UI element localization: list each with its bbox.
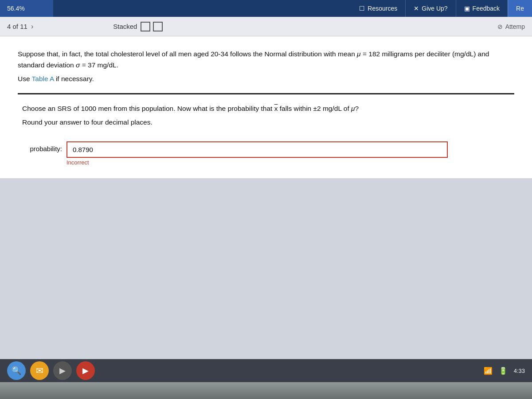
answer-input-wrap: Incorrect [66, 141, 514, 166]
top-bar: 56.4% ☐ Resources ✕ Give Up? ▣ Feedback … [0, 0, 532, 17]
nav-chevron-icon[interactable]: › [31, 23, 33, 31]
ref-label: Re [516, 5, 524, 12]
score-value: 56.4% [7, 5, 25, 12]
feedback-label: Feedback [473, 5, 500, 12]
stacked-icons [141, 22, 163, 31]
question-body: Suppose that, in fact, the total cholest… [18, 49, 514, 71]
probability-label: probability: [18, 141, 62, 153]
round-note-text: Round your answer to four decimal places… [22, 117, 514, 128]
search-taskbar-icon[interactable]: 🔍 [7, 361, 26, 380]
incorrect-label: Incorrect [66, 159, 514, 166]
score-display: 56.4% [0, 0, 53, 17]
question-paper: Suppose that, in fact, the total cholest… [0, 36, 532, 178]
taskbar-time: 4:33 [514, 368, 525, 374]
give-up-button[interactable]: ✕ Give Up? [405, 0, 455, 17]
giveup-icon: ✕ [414, 5, 419, 12]
feedback-button[interactable]: ▣ Feedback [456, 0, 508, 17]
nav-bar: 4 of 11 › Stacked ⊘ Attemp [0, 17, 532, 36]
question-nav: 4 of 11 › [7, 23, 33, 31]
stacked-icon-square[interactable] [141, 22, 150, 31]
ref-button[interactable]: Re [508, 0, 532, 17]
use-table-text: Use Table A if necessary. [18, 74, 514, 85]
answer-row: probability: Incorrect [18, 141, 514, 166]
resources-button[interactable]: ☐ Resources [351, 0, 405, 17]
taskbar: 🔍 ✉ ▶ ▶ 📶 🔋 4:33 [0, 359, 532, 382]
video-taskbar-icon[interactable]: ▶ [53, 361, 72, 380]
divider [18, 93, 514, 94]
table-a-link[interactable]: Table A [32, 75, 54, 82]
taskbar-sys-area: 📶 🔋 4:33 [484, 367, 525, 375]
play-taskbar-icon[interactable]: ▶ [76, 361, 95, 380]
feedback-icon: ▣ [464, 5, 470, 12]
wifi-icon: 📶 [484, 367, 493, 375]
attempt-label: Attemp [505, 23, 525, 30]
resources-label: Resources [368, 5, 397, 12]
stacked-icon-square2[interactable] [153, 22, 163, 31]
laptop-bezel [0, 382, 532, 399]
resources-icon: ☐ [359, 5, 365, 12]
stacked-label: Stacked [113, 23, 137, 30]
no-entry-icon: ⊘ [497, 23, 503, 30]
battery-icon: 🔋 [499, 367, 508, 375]
question-position: 4 of 11 [7, 23, 27, 30]
giveup-label: Give Up? [422, 5, 447, 12]
attempt-button[interactable]: ⊘ Attemp [497, 23, 525, 30]
probability-input[interactable] [66, 141, 448, 158]
main-content: Suppose that, in fact, the total cholest… [0, 36, 532, 372]
sub-question-text: Choose an SRS of 1000 men from this popu… [22, 103, 514, 114]
mail-taskbar-icon[interactable]: ✉ [30, 361, 49, 380]
